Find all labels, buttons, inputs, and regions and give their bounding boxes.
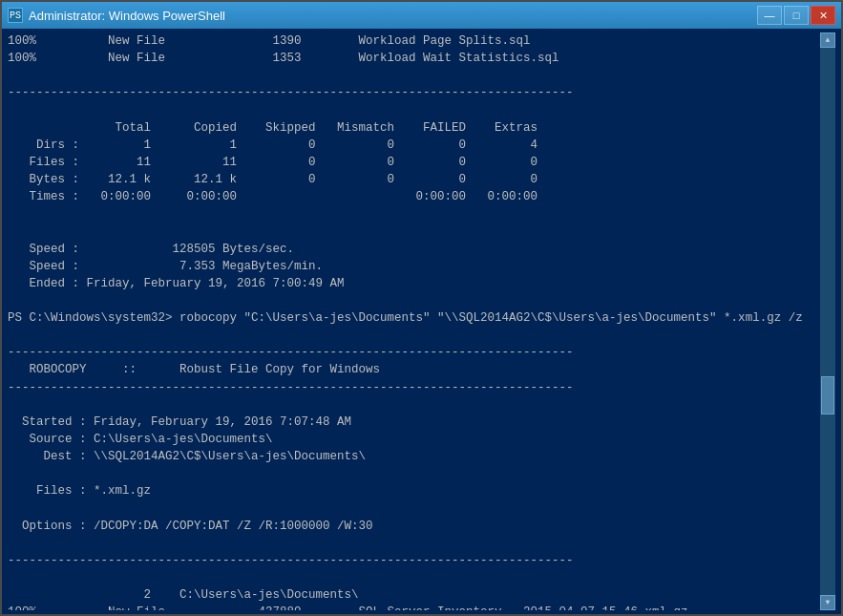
title-bar-left: PS Administrator: Windows PowerShell: [8, 8, 225, 23]
title-bar: PS Administrator: Windows PowerShell — □…: [2, 2, 841, 29]
powershell-window: PS Administrator: Windows PowerShell — □…: [0, 0, 843, 616]
scrollbar[interactable]: ▲ ▼: [820, 32, 835, 610]
scroll-down-button[interactable]: ▼: [820, 595, 835, 610]
scroll-up-button[interactable]: ▲: [820, 32, 835, 48]
title-buttons: — □ ✕: [757, 6, 835, 25]
window-icon: PS: [8, 8, 23, 23]
maximize-button[interactable]: □: [784, 6, 809, 25]
scroll-thumb[interactable]: [821, 376, 834, 414]
minimize-button[interactable]: —: [757, 6, 782, 25]
window-title: Administrator: Windows PowerShell: [29, 9, 225, 23]
console-output[interactable]: 100% New File 1390 Workload Page Splits.…: [8, 32, 820, 610]
scroll-track[interactable]: [820, 48, 835, 595]
console-area: 100% New File 1390 Workload Page Splits.…: [2, 29, 841, 614]
close-button[interactable]: ✕: [811, 6, 835, 25]
